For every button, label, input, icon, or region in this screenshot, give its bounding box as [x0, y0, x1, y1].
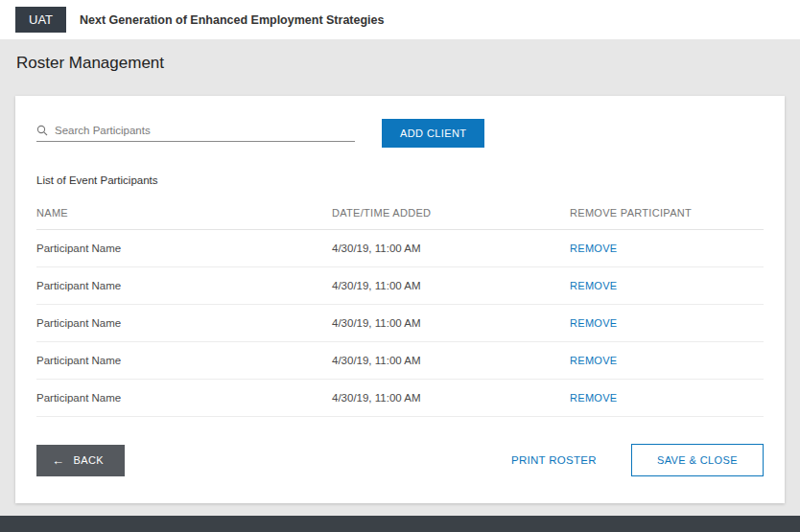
add-client-button[interactable]: ADD CLIENT: [382, 119, 484, 148]
table-header-row: NAME DATE/TIME ADDED REMOVE PARTICIPANT: [36, 197, 764, 230]
arrow-left-icon: ←: [52, 454, 64, 467]
participant-datetime: 4/30/19, 11:00 AM: [332, 243, 570, 254]
footer-actions: PRINT ROSTER SAVE & CLOSE: [511, 444, 764, 476]
remove-link[interactable]: REMOVE: [570, 280, 617, 291]
participant-datetime: 4/30/19, 11:00 AM: [332, 280, 570, 291]
search-box[interactable]: [36, 125, 355, 142]
page-title: Roster Management: [16, 54, 800, 73]
remove-link[interactable]: REMOVE: [570, 355, 617, 366]
remove-link[interactable]: REMOVE: [570, 243, 617, 254]
print-roster-link[interactable]: PRINT ROSTER: [511, 454, 597, 466]
participants-table: NAME DATE/TIME ADDED REMOVE PARTICIPANT …: [36, 197, 764, 417]
table-row: Participant Name 4/30/19, 11:00 AM REMOV…: [36, 230, 764, 267]
column-header-name: NAME: [36, 207, 332, 219]
participant-name: Participant Name: [36, 355, 332, 366]
table-row: Participant Name 4/30/19, 11:00 AM REMOV…: [36, 342, 764, 380]
participant-datetime: 4/30/19, 11:00 AM: [332, 317, 570, 329]
participant-datetime: 4/30/19, 11:00 AM: [332, 355, 570, 366]
roster-card: ADD CLIENT List of Event Participants NA…: [15, 96, 785, 503]
app-title: Next Generation of Enhanced Employment S…: [80, 13, 384, 27]
environment-badge: UAT: [15, 7, 66, 33]
save-close-button[interactable]: SAVE & CLOSE: [631, 444, 764, 476]
search-input[interactable]: [55, 125, 355, 136]
back-button[interactable]: ← BACK: [36, 445, 125, 476]
column-header-remove: REMOVE PARTICIPANT: [570, 207, 764, 219]
list-label: List of Event Participants: [36, 174, 764, 186]
search-icon: [36, 125, 48, 136]
remove-link[interactable]: REMOVE: [570, 317, 617, 329]
participant-name: Participant Name: [36, 317, 332, 329]
participant-name: Participant Name: [36, 280, 332, 291]
app-header: UAT Next Generation of Enhanced Employme…: [0, 0, 800, 39]
bottom-bar: [0, 516, 800, 532]
table-row: Participant Name 4/30/19, 11:00 AM REMOV…: [36, 380, 764, 417]
participant-name: Participant Name: [36, 243, 332, 254]
card-footer: ← BACK PRINT ROSTER SAVE & CLOSE: [36, 444, 764, 476]
participant-name: Participant Name: [36, 392, 332, 404]
remove-link[interactable]: REMOVE: [570, 392, 617, 404]
back-button-label: BACK: [73, 454, 104, 466]
table-row: Participant Name 4/30/19, 11:00 AM REMOV…: [36, 305, 764, 342]
participant-datetime: 4/30/19, 11:00 AM: [332, 392, 570, 404]
table-row: Participant Name 4/30/19, 11:00 AM REMOV…: [36, 267, 764, 305]
toolbar: ADD CLIENT: [36, 119, 764, 148]
column-header-datetime: DATE/TIME ADDED: [332, 207, 570, 219]
